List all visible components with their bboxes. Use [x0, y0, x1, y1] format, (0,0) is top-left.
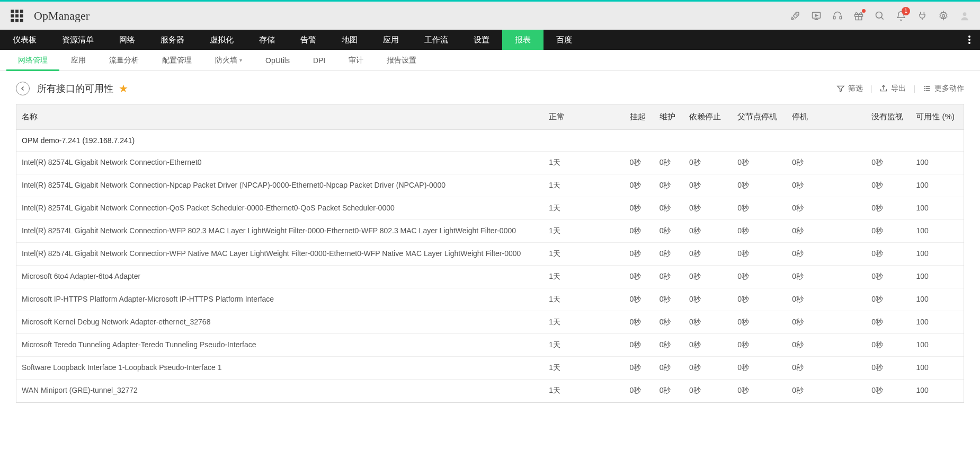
gift-icon[interactable] [853, 10, 865, 22]
export-action[interactable]: 导出 [879, 84, 906, 93]
mainnav-item-9[interactable]: 工作流 [412, 30, 461, 50]
cell-name: Microsoft IP-HTTPS Platform Adapter-Micr… [16, 288, 544, 311]
bell-icon[interactable]: 1 [895, 10, 907, 22]
cell-name: Microsoft Kernel Debug Network Adapter-e… [16, 311, 544, 334]
table-row[interactable]: Microsoft Kernel Debug Network Adapter-e… [16, 311, 964, 334]
mainnav-item-4[interactable]: 虚拟化 [197, 30, 246, 50]
subnav-item-4[interactable]: 防火墙▾ [203, 50, 254, 71]
cell-nomon: 0秒 [866, 380, 911, 402]
more-action[interactable]: 更多动作 [923, 84, 964, 93]
col-down[interactable]: 停机 [787, 104, 866, 130]
col-parentstop[interactable]: 父节点停机 [732, 104, 787, 130]
svg-point-15 [876, 12, 883, 18]
sub-nav: 网络管理应用流量分析配置管理防火墙▾OpUtilsDPI审计报告设置 [0, 50, 980, 71]
cell-maint: 0秒 [654, 357, 684, 380]
cell-avail: 100 [911, 152, 964, 174]
table-row[interactable]: Software Loopback Interface 1-Loopback P… [16, 357, 964, 380]
user-icon[interactable] [959, 10, 970, 22]
filter-label: 筛选 [848, 84, 863, 93]
svg-rect-2 [20, 10, 23, 13]
rocket-icon[interactable] [789, 10, 801, 22]
col-name[interactable]: 名称 [16, 104, 544, 130]
cell-parentstop: 0秒 [732, 380, 787, 402]
mainnav-item-6[interactable]: 告警 [288, 30, 329, 50]
col-avail[interactable]: 可用性 (%) [911, 104, 964, 130]
divider: | [870, 84, 872, 93]
cell-down: 0秒 [787, 357, 866, 380]
mainnav-item-2[interactable]: 网络 [106, 30, 148, 50]
cell-parentstop: 0秒 [732, 311, 787, 334]
table-row[interactable]: Intel(R) 82574L Gigabit Network Connecti… [16, 152, 964, 174]
gift-dot-badge [862, 9, 866, 13]
group-label: OPM demo-7.241 (192.168.7.241) [16, 130, 964, 152]
table-row[interactable]: Microsoft Teredo Tunneling Adapter-Tered… [16, 334, 964, 357]
subnav-item-7[interactable]: 审计 [337, 50, 375, 71]
cell-normal: 1天 [544, 311, 624, 334]
presentation-icon[interactable] [810, 10, 822, 22]
cell-parentstop: 0秒 [732, 152, 787, 174]
search-icon[interactable] [874, 10, 886, 22]
svg-rect-8 [20, 19, 23, 22]
cell-down: 0秒 [787, 152, 866, 174]
svg-rect-7 [15, 19, 19, 22]
svg-point-19 [968, 39, 970, 41]
subnav-item-5[interactable]: OpUtils [254, 50, 301, 71]
cell-parentstop: 0秒 [732, 288, 787, 311]
table-row[interactable]: Intel(R) 82574L Gigabit Network Connecti… [16, 174, 964, 197]
cell-down: 0秒 [787, 288, 866, 311]
mainnav-item-5[interactable]: 存储 [246, 30, 288, 50]
headset-icon[interactable] [832, 10, 843, 22]
mainnav-item-7[interactable]: 地图 [329, 30, 370, 50]
subnav-item-0[interactable]: 网络管理 [6, 50, 59, 71]
cell-name: Microsoft Teredo Tunneling Adapter-Tered… [16, 334, 544, 357]
subnav-item-6[interactable]: DPI [301, 50, 337, 71]
apps-grid-icon[interactable] [10, 8, 24, 23]
cell-maint: 0秒 [654, 380, 684, 402]
cell-down: 0秒 [787, 197, 866, 220]
subnav-item-8[interactable]: 报告设置 [375, 50, 428, 71]
gear-icon[interactable] [938, 10, 949, 22]
header-icons: 1 [789, 10, 970, 22]
subnav-item-1[interactable]: 应用 [59, 50, 97, 71]
col-depstop[interactable]: 依赖停止 [684, 104, 732, 130]
cell-suspend: 0秒 [625, 288, 654, 311]
cell-parentstop: 0秒 [732, 197, 787, 220]
cell-normal: 1天 [544, 243, 624, 266]
cell-nomon: 0秒 [866, 243, 911, 266]
svg-rect-12 [840, 16, 841, 19]
mainnav-item-0[interactable]: 仪表板 [0, 30, 49, 50]
cell-depstop: 0秒 [684, 197, 732, 220]
table-row[interactable]: Microsoft 6to4 Adapter-6to4 Adapter1天0秒0… [16, 266, 964, 288]
mainnav-item-11[interactable]: 报表 [502, 30, 544, 50]
mainnav-more-icon[interactable] [959, 30, 980, 50]
favorite-star-icon[interactable]: ★ [119, 82, 128, 95]
plug-icon[interactable] [916, 10, 928, 22]
mainnav-item-12[interactable]: 百度 [544, 30, 585, 50]
mainnav-item-1[interactable]: 资源清单 [49, 30, 106, 50]
col-nomon[interactable]: 没有监视 [866, 104, 911, 130]
cell-down: 0秒 [787, 311, 866, 334]
subnav-item-2[interactable]: 流量分析 [97, 50, 150, 71]
table-row[interactable]: Microsoft IP-HTTPS Platform Adapter-Micr… [16, 288, 964, 311]
table-row[interactable]: Intel(R) 82574L Gigabit Network Connecti… [16, 243, 964, 266]
subnav-item-3[interactable]: 配置管理 [150, 50, 203, 71]
cell-suspend: 0秒 [625, 311, 654, 334]
table-row[interactable]: WAN Miniport (GRE)-tunnel_327721天0秒0秒0秒0… [16, 380, 964, 402]
col-suspend[interactable]: 挂起 [625, 104, 654, 130]
table-row[interactable]: Intel(R) 82574L Gigabit Network Connecti… [16, 197, 964, 220]
svg-point-16 [942, 14, 945, 17]
back-button[interactable] [16, 82, 30, 95]
col-maint[interactable]: 维护 [654, 104, 684, 130]
cell-depstop: 0秒 [684, 357, 732, 380]
col-normal[interactable]: 正常 [544, 104, 624, 130]
cell-parentstop: 0秒 [732, 243, 787, 266]
mainnav-item-3[interactable]: 服务器 [148, 30, 197, 50]
table-row[interactable]: Intel(R) 82574L Gigabit Network Connecti… [16, 220, 964, 243]
cell-depstop: 0秒 [684, 220, 732, 243]
filter-action[interactable]: 筛选 [836, 84, 863, 93]
cell-avail: 100 [911, 174, 964, 197]
cell-maint: 0秒 [654, 220, 684, 243]
cell-maint: 0秒 [654, 174, 684, 197]
mainnav-item-8[interactable]: 应用 [370, 30, 412, 50]
mainnav-item-10[interactable]: 设置 [461, 30, 502, 50]
